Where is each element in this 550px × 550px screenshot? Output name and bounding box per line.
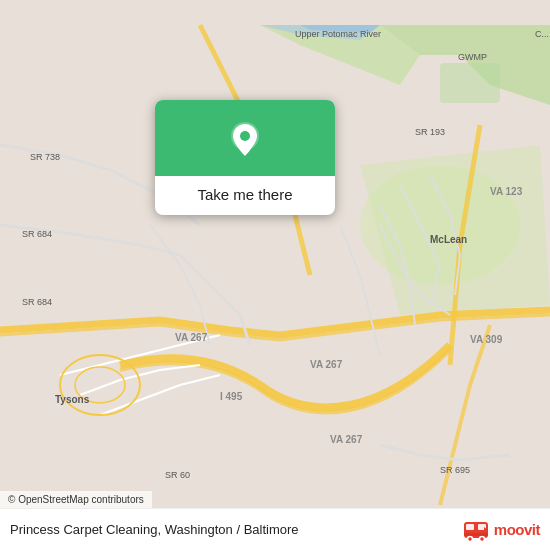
- svg-text:SR 695: SR 695: [440, 465, 470, 475]
- moovit-bus-icon: [462, 516, 490, 544]
- svg-text:SR 684: SR 684: [22, 297, 52, 307]
- location-pin-icon: [223, 118, 267, 162]
- moovit-logo: moovit: [462, 516, 540, 544]
- svg-rect-31: [466, 524, 474, 530]
- svg-text:VA 267: VA 267: [310, 359, 343, 370]
- svg-text:SR 193: SR 193: [415, 127, 445, 137]
- svg-text:Upper Potomac River: Upper Potomac River: [295, 29, 381, 39]
- svg-text:VA 267: VA 267: [175, 332, 208, 343]
- svg-text:GWMP: GWMP: [458, 52, 487, 62]
- map-container: Upper Potomac River SR 738 VA 193 SR 193…: [0, 0, 550, 550]
- svg-text:VA 309: VA 309: [470, 334, 503, 345]
- svg-rect-27: [440, 63, 500, 103]
- svg-text:C...: C...: [535, 29, 549, 39]
- svg-text:Tysons: Tysons: [55, 394, 90, 405]
- svg-text:SR 60: SR 60: [165, 470, 190, 480]
- svg-text:SR 684: SR 684: [22, 229, 52, 239]
- svg-text:VA 267: VA 267: [330, 434, 363, 445]
- take-me-there-button[interactable]: Take me there: [155, 176, 335, 215]
- svg-text:McLean: McLean: [430, 234, 467, 245]
- popup-card: Take me there: [155, 100, 335, 215]
- svg-point-34: [479, 536, 484, 541]
- map-background: Upper Potomac River SR 738 VA 193 SR 193…: [0, 0, 550, 550]
- bottom-bar: Princess Carpet Cleaning, Washington / B…: [0, 508, 550, 550]
- svg-point-33: [467, 536, 472, 541]
- location-title: Princess Carpet Cleaning, Washington / B…: [10, 522, 299, 537]
- svg-rect-35: [464, 533, 488, 536]
- moovit-brand-text: moovit: [494, 521, 540, 538]
- svg-point-29: [240, 131, 250, 141]
- map-attribution: © OpenStreetMap contributors: [0, 491, 152, 508]
- attribution-text: © OpenStreetMap contributors: [8, 494, 144, 505]
- svg-text:VA 123: VA 123: [490, 186, 523, 197]
- svg-text:I 495: I 495: [220, 391, 243, 402]
- svg-text:SR 738: SR 738: [30, 152, 60, 162]
- popup-card-header: [155, 100, 335, 176]
